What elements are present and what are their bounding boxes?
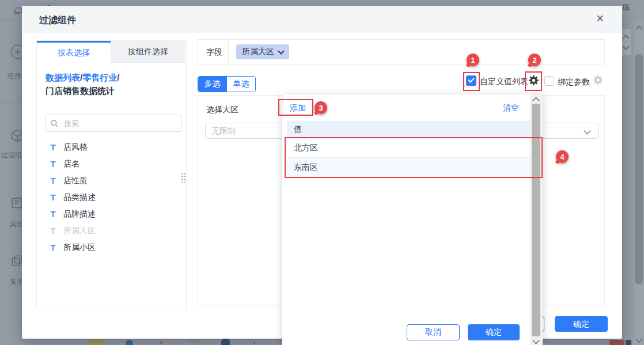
value-row-north[interactable]: 北方区 — [287, 138, 530, 158]
gear-icon[interactable] — [528, 75, 539, 86]
source-tabs: 按表选择 按组件选择 — [37, 41, 185, 63]
list-item-label: 店风格 — [63, 142, 88, 153]
page-scrollbar[interactable] — [634, 21, 644, 345]
single-select-button[interactable]: 单选 — [226, 77, 255, 92]
breadcrumb: 数据列表/零售行业/ 门店销售数据统计 — [46, 71, 177, 97]
breadcrumb-link-datalist[interactable]: 数据列表 — [46, 73, 80, 82]
chart-bar-fragment — [190, 339, 199, 345]
source-panel: 按表选择 按组件选择 数据列表/零售行业/ 门店销售数据统计 T店风格 T店名 … — [36, 40, 187, 309]
list-item-label: 品类描述 — [63, 192, 96, 203]
scroll-up-icon[interactable] — [532, 97, 540, 104]
chevron-down-icon — [278, 48, 284, 54]
divider — [228, 40, 229, 64]
field-chip-label: 所属大区 — [242, 47, 274, 57]
text-type-icon: T — [48, 209, 58, 219]
dialog-header: 过滤组件 × — [22, 6, 622, 33]
popup-ok-button[interactable]: 确定 — [468, 324, 520, 340]
list-item-label: 所属小区 — [63, 242, 96, 253]
dialog-title: 过滤组件 — [39, 14, 76, 26]
breadcrumb-current: 门店销售数据统计 — [46, 86, 115, 96]
add-value-link[interactable]: 添加 — [290, 103, 306, 113]
search-icon — [50, 119, 59, 128]
list-item-label: 店名 — [63, 159, 79, 169]
chevron-down-icon — [584, 127, 591, 135]
custom-value-list-checkbox[interactable] — [466, 75, 476, 86]
value-row-southeast[interactable]: 东南区 — [287, 158, 530, 177]
list-item-region-disabled: T所属大区 — [41, 222, 180, 239]
list-item-label: 店性质 — [63, 176, 88, 186]
popup-cancel-button[interactable]: 取消 — [407, 324, 460, 340]
breadcrumb-link-retail[interactable]: 零售行业 — [82, 73, 117, 82]
list-item-store-name[interactable]: T店名 — [41, 156, 180, 172]
field-chip-dropdown[interactable]: 所属大区 — [236, 44, 289, 59]
chart-bar-fragment — [89, 339, 103, 345]
scroll-down-icon[interactable] — [635, 336, 643, 343]
annotation-marker-3: 3 — [315, 101, 327, 114]
background-topbar-text: 版 — [623, 2, 630, 13]
field-row: 字段 所属大区 — [198, 39, 605, 65]
tab-by-component[interactable]: 按组件选择 — [111, 41, 185, 63]
value-table-header: 值 — [287, 121, 530, 138]
scrollbar-thumb[interactable] — [532, 104, 540, 336]
text-type-icon: T — [48, 192, 58, 202]
search-input[interactable] — [63, 119, 181, 128]
collapsed-panel — [621, 29, 631, 55]
sidebar-item-filter[interactable]: 过滤组 — [1, 150, 22, 160]
close-icon[interactable]: × — [596, 12, 604, 25]
gear-icon-disabled — [593, 75, 603, 85]
list-item-store-nature[interactable]: T店性质 — [41, 172, 180, 189]
bind-parameter-label: 绑定参数 — [558, 77, 590, 88]
chevron-up-icon[interactable] — [622, 35, 630, 42]
region-select-label: 选择大区 — [206, 105, 238, 115]
breadcrumb-separator: / — [117, 73, 119, 82]
mode-toggle: 多选 单选 — [198, 76, 256, 92]
list-item-category-desc[interactable]: T品类描述 — [41, 189, 180, 206]
text-type-icon: T — [48, 242, 58, 252]
dialog-ok-button[interactable]: 确定 — [555, 316, 608, 332]
chart-dot-fragment — [253, 342, 255, 344]
text-type-icon: T — [48, 142, 58, 152]
chart-bar-fragment — [126, 340, 133, 345]
screen: { "colors":{"accent":"#2e7cf6","annotati… — [0, 0, 644, 345]
list-item-brand-desc[interactable]: T品牌描述 — [41, 206, 180, 222]
popup-scrollbar[interactable] — [530, 94, 543, 345]
scroll-down-icon[interactable] — [532, 337, 540, 344]
divider — [0, 102, 22, 103]
scroll-up-icon[interactable] — [635, 25, 643, 33]
field-list: T店风格 T店名 T店性质 T品类描述 T品牌描述 T所属大区 T所属小区 — [41, 139, 180, 256]
scrollbar-thumb[interactable] — [635, 54, 643, 285]
chart-bar-fragment — [626, 340, 631, 345]
custom-value-popup: 添加 清空 值 北方区 东南区 取消 确定 — [282, 94, 543, 345]
field-row-label: 字段 — [206, 40, 222, 64]
sidebar-item-components[interactable]: 组件 — [7, 71, 21, 81]
list-item-subregion[interactable]: T所属小区 — [41, 239, 180, 256]
field-search[interactable] — [45, 115, 181, 132]
list-item-label: 品牌描述 — [63, 209, 96, 219]
divider — [0, 19, 22, 20]
chevron-down-icon[interactable] — [622, 43, 630, 50]
clear-values-link[interactable]: 清空 — [503, 103, 519, 113]
region-select-value: 无限制 — [211, 123, 236, 138]
annotation-marker-2: 2 — [528, 54, 541, 66]
chart-bar-fragment — [221, 339, 230, 345]
list-item-store-style[interactable]: T店风格 — [41, 139, 180, 156]
text-type-icon: T — [48, 226, 58, 236]
annotation-marker-4: 4 — [556, 150, 569, 163]
text-type-icon: T — [48, 159, 58, 169]
bind-parameter-checkbox[interactable] — [544, 76, 554, 86]
text-type-icon: T — [48, 176, 58, 185]
chart-bar-fragment — [609, 340, 624, 345]
custom-value-list-label: 自定义值列表 — [480, 77, 528, 87]
panel-drag-handle[interactable] — [181, 172, 186, 183]
list-item-label: 所属大区 — [63, 226, 96, 236]
tab-by-table[interactable]: 按表选择 — [37, 41, 111, 63]
multi-select-button[interactable]: 多选 — [198, 77, 226, 92]
chart-dot-fragment — [160, 342, 162, 344]
annotation-marker-1: 1 — [467, 54, 479, 66]
